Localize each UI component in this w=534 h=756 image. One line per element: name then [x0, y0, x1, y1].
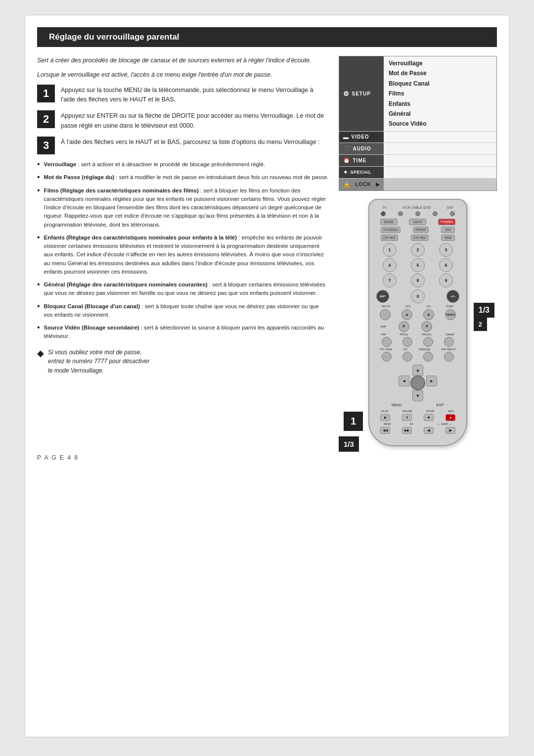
btn-video[interactable]: VIDEO: [445, 309, 456, 320]
btn-7[interactable]: 7: [383, 274, 397, 287]
setup-label: SETUP: [352, 91, 371, 96]
btn-stop[interactable]: ■: [424, 414, 434, 421]
remote-wrapper: 1/3 2 TV VCR CABLE DVD SAT: [368, 199, 467, 446]
lbl-sat: SAT: [447, 206, 453, 209]
lbl-vol: VOL: [405, 305, 411, 308]
btn-freeze[interactable]: [423, 352, 433, 362]
lbl-ch: CH: [426, 305, 431, 308]
menu-option-films: Films: [389, 89, 491, 98]
transport-row: ▶ ⏸ ■ ●: [374, 414, 461, 421]
btn-ch-dn[interactable]: ▼: [421, 321, 432, 332]
lock-icon: 🔒: [343, 181, 351, 188]
menu-icon-video: ▬ VIDEO: [339, 132, 384, 142]
remote-size-row: P/C SIZE CC FREEZE PIP INPUT: [374, 348, 461, 351]
rew-row: ◀◀ ▶▶ ◀| |▶: [374, 427, 461, 434]
btn-mode[interactable]: MODE: [380, 219, 398, 225]
btn-pipinput[interactable]: [444, 352, 454, 362]
lbl-ppchp: PPCH+: [422, 333, 432, 336]
btn-rgb[interactable]: RGB: [441, 235, 455, 241]
menu-icon-special: ✦ SPECIAL: [339, 167, 384, 178]
lbl-ff: FF: [410, 423, 413, 425]
step-3-number: 3: [37, 137, 55, 154]
btn-8[interactable]: 8: [411, 274, 425, 287]
btn-9[interactable]: 9: [439, 274, 453, 287]
bullet-text-1: Verrouillage : sert à activer et à désac…: [44, 160, 265, 169]
btn-cshd2[interactable]: C/S HD2: [411, 235, 429, 241]
btn-cc[interactable]: [402, 352, 412, 362]
bullet-verrouillage: • Verrouillage : sert à activer et à dés…: [37, 160, 329, 169]
btn-mute[interactable]: [380, 309, 391, 320]
lbl-rew: REW: [384, 423, 391, 425]
lbl-freeze: FREEZE: [419, 348, 431, 351]
remote-source-row: TV VCR CABLE DVD SAT: [374, 206, 461, 209]
btn-rec[interactable]: ●: [445, 414, 455, 421]
btn-ppchp[interactable]: [423, 337, 433, 347]
bullet-films: • Films (Réglage des caractéristiques no…: [37, 187, 329, 229]
btn-6[interactable]: 6: [439, 258, 453, 272]
btn-vol-dn[interactable]: ▼: [399, 321, 409, 332]
menu-option-verrouillage: Verrouillage: [389, 58, 491, 68]
circle-sat: [450, 211, 455, 216]
btn-down[interactable]: ▼: [412, 390, 423, 401]
menu-options-setup: Verrouillage Mot de Passe Bloquez Canal …: [384, 56, 496, 131]
btn-2[interactable]: 2: [411, 243, 425, 257]
menu-row-special: ✦ SPECIAL: [339, 167, 496, 179]
step-3-text: À l'aide des flèches vers le HAUT et le …: [61, 137, 320, 147]
rew-label-row: REW FF — SKIP —: [374, 423, 461, 425]
btn-left[interactable]: ◄: [399, 376, 409, 386]
lock-arrow: ▶: [376, 182, 380, 187]
transport-label-row: PLAY PAUSE STOP REC: [374, 410, 461, 413]
badge-2-right: 2: [474, 318, 487, 331]
btn-cshd1[interactable]: C/S HD1: [381, 235, 399, 241]
btn-ff[interactable]: ▶▶: [402, 427, 412, 434]
btn-enter[interactable]: ENT: [376, 290, 389, 303]
bullet-text-4: Enfants (Réglage des caractéristiques no…: [44, 234, 329, 276]
lbl-ppch: PPCH: [400, 333, 408, 336]
bullet-dot-5: •: [37, 280, 40, 289]
time-label: TIME: [353, 158, 367, 163]
btn-right[interactable]: ►: [426, 376, 437, 386]
btn-5[interactable]: 5: [411, 258, 425, 272]
bullet-text-2: Mot de Passe (réglage du) : sert à modif…: [44, 173, 329, 182]
dpad-center[interactable]: [410, 376, 425, 390]
bullet-dot-1: •: [37, 160, 40, 169]
btn-up[interactable]: ▲: [412, 365, 423, 376]
btn-3[interactable]: 3: [439, 243, 453, 257]
menu-options-time: [384, 155, 496, 166]
dpad-mid-row: ◄ ►: [399, 376, 437, 390]
btn-tvvideo[interactable]: TV/VIDEO: [381, 227, 400, 233]
btn-power[interactable]: POWER: [438, 219, 455, 225]
btn-1[interactable]: 1: [383, 243, 397, 257]
step-2-number: 2: [37, 110, 55, 128]
lbl-pipinput: PIP INPUT: [442, 348, 456, 351]
btn-light[interactable]: LIGHT: [409, 219, 426, 225]
btn-vol-up[interactable]: ▲: [401, 309, 412, 320]
btn-dvi[interactable]: DVI: [441, 227, 455, 233]
lbl-play: PLAY: [381, 410, 389, 413]
bullet-dot-4: •: [37, 233, 40, 242]
btn-4[interactable]: 4: [383, 258, 397, 272]
menu-icon-lock: 🔒 LOCK ▶: [339, 179, 384, 190]
btn-0[interactable]: 0: [411, 289, 425, 303]
btn-pip[interactable]: [382, 337, 392, 347]
btn-rew[interactable]: ◀◀: [380, 427, 390, 434]
circle-cable: [415, 211, 420, 216]
btn-dash[interactable]: –/–: [446, 290, 459, 303]
menu-option-motdepasse: Mot de Passe: [389, 68, 491, 78]
btn-swap[interactable]: [444, 337, 454, 347]
menu-box: ⚙ SETUP Verrouillage Mot de Passe Bloque…: [339, 56, 497, 191]
bullet-list: • Verrouillage : sert à activer et à dés…: [37, 160, 329, 341]
step-2-text: Appuyez sur ENTER ou sur la flèche de DR…: [61, 110, 329, 131]
btn-front[interactable]: FRONT: [413, 227, 429, 233]
btn-pcsize[interactable]: [382, 352, 392, 362]
btn-play[interactable]: ▶: [380, 414, 390, 421]
badge-1-left: 1: [344, 412, 363, 431]
btn-ch-up[interactable]: ▲: [423, 309, 434, 320]
right-column: ⚙ SETUP Verrouillage Mot de Passe Bloque…: [339, 47, 497, 446]
lbl-swap: SWAP: [446, 333, 454, 336]
btn-ppch[interactable]: [402, 337, 412, 347]
bullet-text-5: Général (Réglage des caractéristiques no…: [44, 281, 329, 298]
btn-pause[interactable]: ⏸: [402, 414, 412, 421]
btn-skip1[interactable]: ◀|: [424, 427, 434, 434]
btn-skip2[interactable]: |▶: [445, 427, 455, 434]
